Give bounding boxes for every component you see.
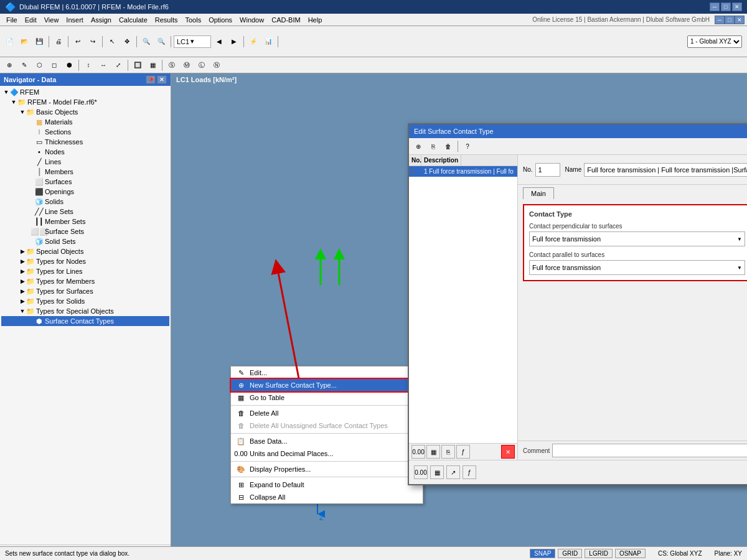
nav-item-members[interactable]: ▶ ┃ Members xyxy=(1,167,169,177)
tb-r2-1[interactable]: ⊕ xyxy=(2,58,16,72)
comment-input[interactable] xyxy=(552,444,747,457)
nav-item-openings[interactable]: ▶ ⬛ Openings xyxy=(1,187,169,197)
tb-r2-12[interactable]: Ⓜ xyxy=(180,58,194,72)
nav-item-basic-objects[interactable]: ▼ 📁 Basic Objects xyxy=(1,107,169,117)
ctx-display-props[interactable]: 🎨 Display Properties... xyxy=(231,463,423,475)
nav-arrow-rfem[interactable]: ▼ xyxy=(2,88,10,96)
nav-item-line-sets[interactable]: ▶ ╱╱ Line Sets xyxy=(1,207,169,217)
nav-arrow-model[interactable]: ▼ xyxy=(10,98,17,106)
parallel-select[interactable]: Full force transmission ▼ xyxy=(529,260,745,275)
tb-r2-5[interactable]: ⬢ xyxy=(62,58,76,72)
menu-view[interactable]: View xyxy=(40,15,63,25)
nav-arrow-types-nodes[interactable]: ▶ xyxy=(19,258,26,265)
nav-arrow-types-surfaces[interactable]: ▶ xyxy=(19,287,26,295)
menu-calculate[interactable]: Calculate xyxy=(115,15,151,25)
nav-item-thicknesses[interactable]: ▶ ▭ Thicknesses xyxy=(1,137,169,147)
coord-system-select[interactable]: 1 - Global XYZ xyxy=(687,35,742,48)
nav-item-special-objects[interactable]: ▶ 📁 Special Objects xyxy=(1,246,169,256)
nav-item-surfaces[interactable]: ▶ ⬜ Surfaces xyxy=(1,177,169,187)
nav-item-nodes[interactable]: ▶ • Nodes xyxy=(1,147,169,157)
nav-item-sections[interactable]: ▶ I Sections xyxy=(1,127,169,137)
tb-calc[interactable]: ⚡ xyxy=(247,35,260,49)
app-max-btn[interactable]: □ xyxy=(725,16,735,24)
ctx-collapse[interactable]: ⊟ Collapse All xyxy=(231,491,423,503)
list-tb-table[interactable]: ▦ xyxy=(426,445,440,459)
menu-help[interactable]: Help xyxy=(304,15,326,25)
tb-r2-11[interactable]: Ⓢ xyxy=(165,58,179,72)
ctx-new-surface-contact-type[interactable]: ⊕ New Surface Contact Type... xyxy=(231,379,423,391)
list-tb-add[interactable]: 0.00 xyxy=(411,445,425,459)
menu-cad-bim[interactable]: CAD-BIM xyxy=(268,15,304,25)
ctx-base-data[interactable]: 📋 Base Data... xyxy=(231,435,423,447)
tb-r2-14[interactable]: Ⓝ xyxy=(210,58,223,72)
tb-r2-8[interactable]: ⤢ xyxy=(111,58,125,72)
nav-pin-btn[interactable]: 📌 xyxy=(146,75,156,84)
list-tb-delete[interactable]: ✕ xyxy=(501,445,515,459)
nav-arrow-special[interactable]: ▶ xyxy=(19,248,26,255)
tb-r2-4[interactable]: ◻ xyxy=(47,58,61,72)
footer-func-btn[interactable]: ƒ xyxy=(463,465,476,479)
tb-next-lc[interactable]: ▶ xyxy=(227,35,241,49)
tab-main[interactable]: Main xyxy=(523,187,554,199)
tb-r2-7[interactable]: ↔ xyxy=(96,58,110,72)
dlg-tb-help[interactable]: ? xyxy=(461,139,474,153)
nav-item-types-surfaces[interactable]: ▶ 📁 Types for Surfaces xyxy=(1,286,169,296)
osnap-btn[interactable]: OSNAP xyxy=(615,549,646,558)
tb-zoom-out[interactable]: 🔍 xyxy=(154,35,168,49)
nav-item-types-members[interactable]: ▶ 📁 Types for Members xyxy=(1,276,169,286)
perpendicular-select[interactable]: Full force transmission ▼ xyxy=(529,231,745,246)
nav-item-rfem-root[interactable]: ▼ 🔷 RFEM xyxy=(1,87,169,97)
footer-info-btn[interactable]: 0.00 xyxy=(414,465,428,479)
app-close-btn[interactable]: ✕ xyxy=(735,16,745,24)
close-btn[interactable]: ✕ xyxy=(732,2,742,11)
footer-arrow-btn[interactable]: ↗ xyxy=(446,465,460,479)
name-input[interactable] xyxy=(584,163,747,177)
app-min-btn[interactable]: ─ xyxy=(715,16,725,24)
nav-item-types-nodes[interactable]: ▶ 📁 Types for Nodes xyxy=(1,256,169,266)
ctx-units[interactable]: 0.00 Units and Decimal Places... xyxy=(231,447,423,460)
menu-edit[interactable]: Edit xyxy=(21,15,40,25)
menu-results[interactable]: Results xyxy=(151,15,182,25)
dlg-tb-copy[interactable]: ⎘ xyxy=(426,139,440,153)
tb-zoom-in[interactable]: 🔍 xyxy=(139,35,153,49)
tb-r2-3[interactable]: ⬡ xyxy=(32,58,46,72)
minimize-btn[interactable]: ─ xyxy=(710,2,720,11)
grid-btn[interactable]: GRID xyxy=(558,549,582,558)
tb-r2-10[interactable]: ▦ xyxy=(146,58,159,72)
ctx-expand[interactable]: ⊞ Expand to Default xyxy=(231,478,423,491)
nav-item-types-solids[interactable]: ▶ 📁 Types for Solids xyxy=(1,296,169,306)
tb-undo[interactable]: ↩ xyxy=(71,35,85,49)
nav-item-types-special[interactable]: ▼ 📁 Types for Special Objects xyxy=(1,306,169,316)
tb-redo[interactable]: ↪ xyxy=(86,35,100,49)
nav-item-surface-sets[interactable]: ▶ ⬜⬜ Surface Sets xyxy=(1,226,169,236)
nav-arrow-types-special[interactable]: ▼ xyxy=(19,307,26,315)
nav-arrow-types-lines[interactable]: ▶ xyxy=(19,268,26,275)
ctx-edit[interactable]: ✎ Edit... xyxy=(231,366,423,379)
tb-r2-6[interactable]: ↕ xyxy=(82,58,95,72)
menu-options[interactable]: Options xyxy=(205,15,236,25)
list-tb-copy[interactable]: ⎘ xyxy=(441,445,455,459)
tb-save[interactable]: 💾 xyxy=(32,35,46,49)
menu-window[interactable]: Window xyxy=(236,15,268,25)
nav-close-btn[interactable]: ✕ xyxy=(157,75,167,84)
no-input[interactable] xyxy=(535,163,560,177)
nav-item-solids[interactable]: ▶ 🧊 Solids xyxy=(1,197,169,207)
tb-results[interactable]: 📊 xyxy=(261,35,275,49)
menu-assign[interactable]: Assign xyxy=(87,15,115,25)
tb-r2-2[interactable]: ✎ xyxy=(17,58,31,72)
snap-btn[interactable]: SNAP xyxy=(530,549,555,558)
nav-item-lines[interactable]: ▶ ╱ Lines xyxy=(1,157,169,167)
list-row-1[interactable]: 1 1 Full force transmission | Full fo xyxy=(409,166,517,177)
menu-insert[interactable]: Insert xyxy=(62,15,87,25)
tb-new[interactable]: 📄 xyxy=(2,35,16,49)
nav-item-model[interactable]: ▼ 📁 RFEM - Model File.rf6* xyxy=(1,97,169,107)
tb-r2-9[interactable]: 🔲 xyxy=(131,58,144,72)
maximize-btn[interactable]: □ xyxy=(721,2,731,11)
tb-prev-lc[interactable]: ◀ xyxy=(212,35,226,49)
list-tb-func[interactable]: ƒ xyxy=(456,445,470,459)
tb-r2-13[interactable]: Ⓛ xyxy=(195,58,209,72)
tb-move[interactable]: ✥ xyxy=(120,35,134,49)
nav-item-materials[interactable]: ▶ ▦ Materials xyxy=(1,117,169,127)
nav-item-types-lines[interactable]: ▶ 📁 Types for Lines xyxy=(1,266,169,276)
nav-item-member-sets[interactable]: ▶ ┃┃ Member Sets xyxy=(1,217,169,226)
